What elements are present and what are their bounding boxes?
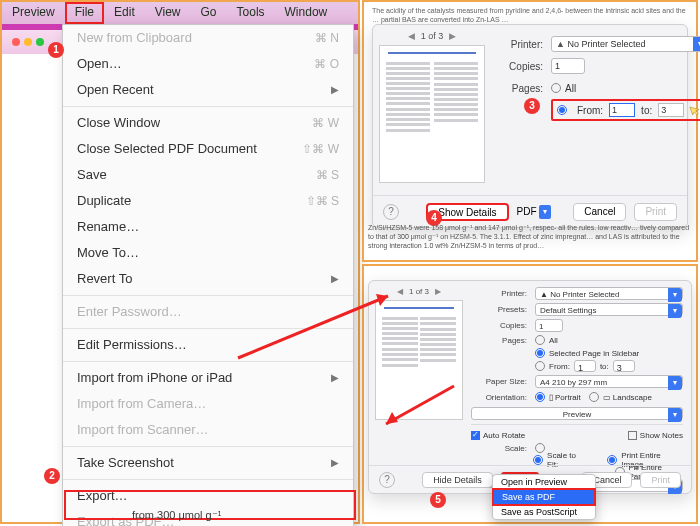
doc-text-mid: Zn/Si/HZSM-5 were 158 μmol g⁻¹ and 147 μ… <box>368 224 692 258</box>
chk-autorotate[interactable] <box>471 431 480 440</box>
menu-file[interactable]: File <box>65 2 104 24</box>
from-label: From: <box>577 105 603 116</box>
shownotes-label: Show Notes <box>640 431 683 440</box>
chk-shownotes[interactable] <box>628 431 637 440</box>
printer-label-2: Printer: <box>471 289 527 298</box>
menu-tools[interactable]: Tools <box>227 2 275 24</box>
menu-edit[interactable]: Edit <box>104 2 145 24</box>
radio-sidebar[interactable] <box>535 348 545 358</box>
badge-1: 1 <box>48 42 64 58</box>
pages-label-2: Pages: <box>471 336 527 345</box>
from-input-2[interactable]: 1 <box>574 360 596 372</box>
pdf-menu-popup: Open in Preview Save as PDF Save as Post… <box>492 474 596 520</box>
radio-all[interactable] <box>551 83 561 93</box>
print-dialog-expanded: ◀1 of 3▶ Printer:▲ No Printer Selected P… <box>368 280 692 494</box>
mi-take-screenshot[interactable]: Take Screenshot▶ <box>63 450 353 476</box>
printer-label: Printer: <box>495 39 543 50</box>
to-input-2[interactable]: 3 <box>613 360 635 372</box>
page-prev-icon[interactable]: ◀ <box>408 31 415 41</box>
pdfmenu-open[interactable]: Open in Preview <box>493 475 595 489</box>
mi-duplicate[interactable]: Duplicate⇧⌘ S <box>63 188 353 214</box>
menu-view[interactable]: View <box>145 2 191 24</box>
help-icon[interactable]: ? <box>383 204 399 220</box>
print-button[interactable]: Print <box>634 203 677 221</box>
scale-label: Scale: <box>471 444 527 453</box>
presets-select[interactable]: Default Settings <box>535 303 683 316</box>
to-label-2: to: <box>600 362 609 371</box>
autorotate-label: Auto Rotate <box>483 431 525 440</box>
radio-print-entire[interactable] <box>607 455 617 465</box>
mi-close-window[interactable]: Close Window⌘ W <box>63 110 353 136</box>
mi-move-to[interactable]: Move To… <box>63 240 353 266</box>
menu-go[interactable]: Go <box>191 2 227 24</box>
to-input[interactable]: 3 <box>658 103 684 117</box>
mi-open-recent[interactable]: Open Recent▶ <box>63 77 353 103</box>
mi-new-from-clipboard[interactable]: New from Clipboard⌘ N <box>63 25 353 51</box>
cursor-icon <box>688 101 700 118</box>
mi-rename[interactable]: Rename… <box>63 214 353 240</box>
copies-label-2: Copies: <box>471 321 527 330</box>
pdfmenu-save-as-postscript[interactable]: Save as PostScript <box>493 505 595 519</box>
file-menu: New from Clipboard⌘ N Open…⌘ O Open Rece… <box>62 24 354 526</box>
hide-details-button[interactable]: Hide Details <box>422 472 493 488</box>
radio-landscape[interactable] <box>589 392 599 402</box>
printer-select-2[interactable]: ▲ No Printer Selected <box>535 287 683 300</box>
mi-revert-to[interactable]: Revert To▶ <box>63 266 353 292</box>
radio-from[interactable] <box>557 105 567 115</box>
orientation-label: Orientation: <box>471 393 527 402</box>
menu-window[interactable]: Window <box>275 2 338 24</box>
doc-fragment-left: from 300 μmol g⁻¹ <box>132 509 221 522</box>
page-next-icon[interactable]: ▶ <box>449 31 456 41</box>
page-next-icon-2[interactable]: ▶ <box>435 287 441 296</box>
badge-3: 3 <box>524 98 540 114</box>
page-prev-icon-2[interactable]: ◀ <box>397 287 403 296</box>
radio-all-2[interactable] <box>535 335 545 345</box>
pages-label: Pages: <box>495 83 543 94</box>
presets-label: Presets: <box>471 305 527 314</box>
mi-save[interactable]: Save⌘ S <box>63 162 353 188</box>
pdf-dropdown[interactable]: PDF▾ <box>517 205 551 219</box>
panel-step3-4: The acidity of the catalysts measured fr… <box>362 0 698 262</box>
zoom-dot[interactable] <box>36 38 44 46</box>
radio-scale[interactable] <box>535 443 545 453</box>
mi-close-pdf[interactable]: Close Selected PDF Document⇧⌘ W <box>63 136 353 162</box>
mi-edit-permissions[interactable]: Edit Permissions… <box>63 332 353 358</box>
page-range-highlight: From: 1 to: 3 <box>551 99 700 121</box>
to-label: to: <box>641 105 652 116</box>
mi-export[interactable]: Export… <box>63 483 353 509</box>
mi-import-scanner[interactable]: Import from Scanner… <box>63 417 353 443</box>
menubar: Preview File Edit View Go Tools Window <box>2 2 358 24</box>
page-thumbnail-2 <box>375 300 463 420</box>
section-select[interactable]: Preview <box>471 407 683 420</box>
papersize-select[interactable]: A4 210 by 297 mm <box>535 375 683 388</box>
mi-open[interactable]: Open…⌘ O <box>63 51 353 77</box>
panel-step1-2: Preview File Edit View Go Tools Window N… <box>0 0 360 524</box>
papersize-label: Paper Size: <box>471 377 527 386</box>
sidebar-label: Selected Page in Sidebar <box>549 349 639 358</box>
help-icon-2[interactable]: ? <box>379 472 395 488</box>
copies-input[interactable]: 1 <box>551 58 585 74</box>
from-label-2: From: <box>549 362 570 371</box>
badge-2: 2 <box>44 468 60 484</box>
min-dot[interactable] <box>24 38 32 46</box>
close-dot[interactable] <box>12 38 20 46</box>
cancel-button[interactable]: Cancel <box>573 203 626 221</box>
pager: ◀1 of 3▶ <box>379 31 485 41</box>
printer-select[interactable]: ▲ No Printer Selected <box>551 36 700 52</box>
radio-portrait[interactable] <box>535 392 545 402</box>
print-dialog-compact: ◀1 of 3▶ Printer: ▲ No Printer Selected … <box>372 24 688 228</box>
menu-preview[interactable]: Preview <box>2 2 65 24</box>
radio-scalefit[interactable] <box>533 455 543 465</box>
panel-step5: ◀1 of 3▶ Printer:▲ No Printer Selected P… <box>362 264 698 524</box>
copies-label: Copies: <box>495 61 543 72</box>
pdfmenu-save-as-pdf[interactable]: Save as PDF <box>492 488 596 506</box>
mi-enter-password[interactable]: Enter Password… <box>63 299 353 325</box>
mi-import-iphone[interactable]: Import from iPhone or iPad▶ <box>63 365 353 391</box>
radio-from-2[interactable] <box>535 361 545 371</box>
mi-import-camera[interactable]: Import from Camera… <box>63 391 353 417</box>
page-thumbnail <box>379 45 485 183</box>
copies-input-2[interactable]: 1 <box>535 319 563 332</box>
from-input[interactable]: 1 <box>609 103 635 117</box>
print-button-2[interactable]: Print <box>640 472 681 488</box>
chevron-down-icon: ▾ <box>539 205 551 219</box>
